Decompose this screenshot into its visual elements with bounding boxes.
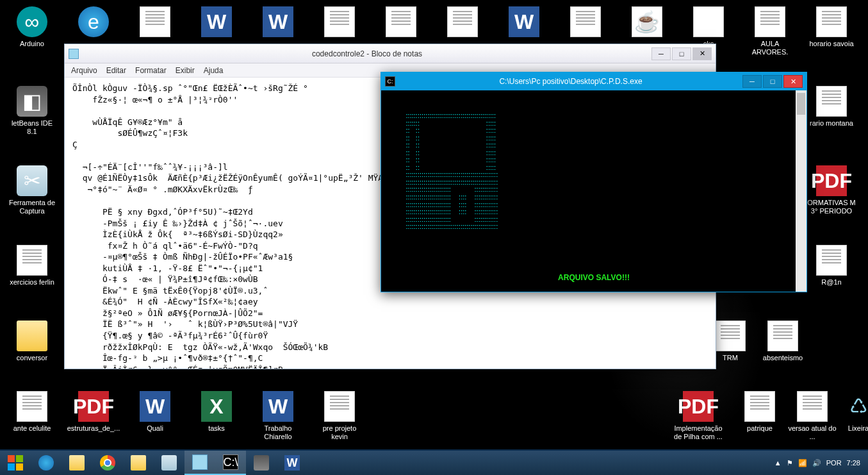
taskbar-ie[interactable] <box>31 451 61 475</box>
desktop-icon-absent[interactable]: absenteismo <box>757 321 808 362</box>
tray-language[interactable]: POR <box>826 459 842 467</box>
taskbar-word[interactable]: W <box>277 451 307 475</box>
snip-icon <box>161 455 177 471</box>
desktop-icon-java[interactable]: ☕ <box>621 6 673 40</box>
desktop-icon-label: estruturas_de_... <box>67 424 120 433</box>
desktop-icon-word1[interactable]: W <box>191 6 242 40</box>
desktop-icon-tasks[interactable]: Xtasks <box>191 391 242 433</box>
pdf-icon: PDF <box>816 165 847 196</box>
console-icon: C: <box>385 76 395 87</box>
folder-icon <box>17 321 47 351</box>
word-icon: W <box>201 6 232 37</box>
desktop-icon-horario-s[interactable]: horario savoia <box>806 6 857 48</box>
desktop-icon-txt2[interactable] <box>314 6 365 40</box>
maximize-button[interactable]: □ <box>763 75 782 88</box>
desktop-icon-word3[interactable]: W <box>498 6 550 40</box>
desktop-icon-prekevin[interactable]: pre projeto kevin <box>314 391 365 441</box>
desktop-icon-estrut[interactable]: PDFestruturas_de_... <box>68 391 119 433</box>
desktop-icon-conversor[interactable]: conversor <box>6 321 58 362</box>
console-line-saved: ARQUIVO SALVO!!! <box>386 273 801 282</box>
desktop-icon-txt1[interactable] <box>129 6 181 40</box>
taskbar-notepad[interactable] <box>184 451 215 475</box>
txt-icon <box>755 6 785 37</box>
close-button[interactable]: ✕ <box>692 47 712 60</box>
desktop-icon-quali[interactable]: WQuali <box>129 391 181 433</box>
taskbar-folder2[interactable] <box>123 451 154 475</box>
console-scrollbar[interactable] <box>796 90 807 292</box>
desktop-icon-txt5[interactable] <box>560 6 611 40</box>
notepad-icon <box>69 49 79 59</box>
console-body[interactable]: ::::::::::::::::::::::::::::::::::::::::… <box>381 90 807 292</box>
system-tray[interactable]: ▲ ⚑ 📶 🔊 POR 7:28 <box>767 459 868 467</box>
notepad-titlebar[interactable]: codedcontrole2 - Bloco de notas ─ □ ✕ <box>65 44 716 63</box>
desktop-icon-aula[interactable]: AULA ARVORES. <box>744 6 796 56</box>
desktop-icon-label: Implementação de Pilha com ... <box>673 424 724 441</box>
tray-volume-icon[interactable]: 🔊 <box>812 459 821 467</box>
netbeans-icon: ◧ <box>17 86 47 117</box>
netbeans-icon <box>254 455 269 471</box>
taskbar-explorer[interactable] <box>61 451 92 475</box>
desktop-icon-rario[interactable]: rario montana <box>806 86 857 128</box>
desktop-icon-ie[interactable]: e <box>68 6 119 40</box>
desktop-icon-label: absenteismo <box>763 354 803 362</box>
desktop-icon-netbeans[interactable]: ◧letBeans IDE 8.1 <box>6 86 58 136</box>
menu-exibir[interactable]: Exibir <box>176 66 195 75</box>
txt-icon <box>17 245 47 276</box>
desktop-icon-ante[interactable]: ante celulite <box>6 391 58 433</box>
tray-network-icon[interactable]: 📶 <box>798 459 807 467</box>
desktop-icon-label: rario montana <box>810 119 853 128</box>
minimize-button[interactable]: ─ <box>742 75 762 88</box>
tray-up-icon[interactable]: ▲ <box>774 459 782 467</box>
desktop-icon-r1n[interactable]: R@1n <box>806 245 857 287</box>
desktop-icon-versao[interactable]: versao atual do ... <box>787 391 838 441</box>
desktop-icon-arduino[interactable]: ∞Arduino <box>6 6 58 48</box>
desktop-icon-word2[interactable]: W <box>252 6 304 40</box>
desktop-icon-cks[interactable]: ⊞cks <box>683 6 734 48</box>
desktop-icon-label: tasks <box>208 424 225 433</box>
desktop-icon-label: Arduino <box>20 40 44 48</box>
desktop-icon-label: Lixeira <box>848 424 868 433</box>
folder-icon <box>131 455 146 471</box>
desktop-icon-ferlin[interactable]: xercicios ferlin <box>6 245 58 287</box>
taskbar-snip[interactable] <box>154 451 184 475</box>
arduino-icon: ∞ <box>17 6 47 37</box>
menu-editar[interactable]: Editar <box>106 66 126 75</box>
minimize-button[interactable]: ─ <box>651 47 671 60</box>
taskbar-cmd[interactable]: C:\ <box>215 451 246 475</box>
ie-icon: e <box>78 6 109 37</box>
desktop-icon-label: horario savoia <box>809 40 853 48</box>
pdf-icon: PDF <box>78 391 109 422</box>
desktop-icon-pdf-orm[interactable]: PDFORMATIVAS M 3° PERIODO <box>806 165 857 215</box>
desktop-icon-label: ante celulite <box>13 424 51 433</box>
word-icon: W <box>284 455 300 471</box>
menu-ajuda[interactable]: Ajuda <box>204 66 224 75</box>
taskbar-netbeans[interactable] <box>246 451 277 475</box>
winflag-icon: ⊞ <box>693 6 724 37</box>
ie-icon <box>38 455 54 471</box>
word-icon: W <box>140 391 170 422</box>
desktop-icon-label: Ferramenta de Captura <box>6 199 58 215</box>
desktop-icon-label: AULA ARVORES. <box>744 40 796 56</box>
desktop-icon-snip[interactable]: ✂Ferramenta de Captura <box>6 165 58 215</box>
desktop-icon-txt4[interactable] <box>437 6 488 40</box>
start-button[interactable] <box>0 451 31 475</box>
desktop-icon-impl[interactable]: PDFImplementação de Pilha com ... <box>673 391 724 441</box>
excel-icon: X <box>201 391 232 422</box>
desktop-icon-trab[interactable]: WTrabalho Chiarello <box>252 391 304 441</box>
taskbar-chrome[interactable] <box>92 451 123 475</box>
desktop-icon-lixeira[interactable]: ♺Lixeira <box>833 391 868 433</box>
console-window: C: C:\Users\Pc positivo\Desktop\C.P.D.S.… <box>381 72 807 292</box>
menu-arquivo[interactable]: Arquivo <box>71 66 97 75</box>
desktop-icon-patrique[interactable]: patrique <box>734 391 785 433</box>
txt-icon <box>816 6 847 37</box>
txt-icon <box>447 6 478 37</box>
scrollbar-thumb[interactable] <box>797 93 805 115</box>
close-button[interactable]: ✕ <box>783 75 803 88</box>
console-titlebar[interactable]: C: C:\Users\Pc positivo\Desktop\C.P.D.S.… <box>381 72 807 90</box>
desktop-icon-txt3[interactable] <box>375 6 427 40</box>
tray-clock[interactable]: 7:28 <box>847 459 860 467</box>
menu-formatar[interactable]: Formatar <box>135 66 167 75</box>
word-icon: W <box>509 6 539 37</box>
maximize-button[interactable]: □ <box>672 47 691 60</box>
tray-flag-icon[interactable]: ⚑ <box>787 459 793 467</box>
